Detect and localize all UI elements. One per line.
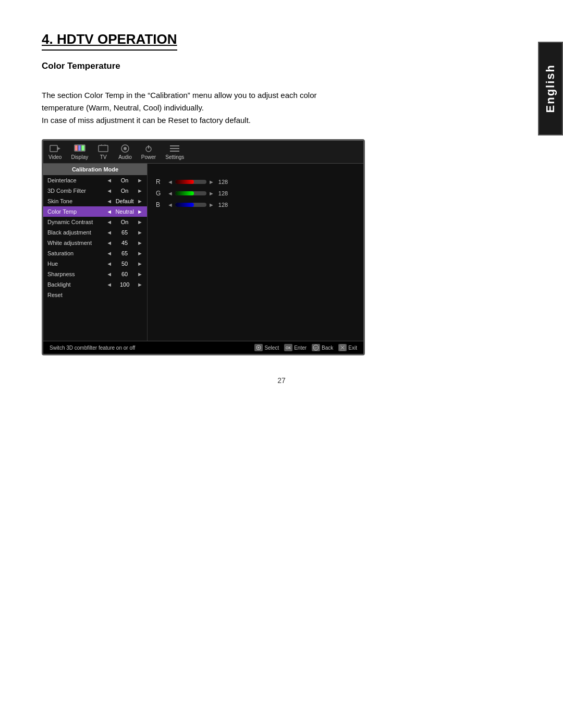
row-3d-comb[interactable]: 3D Comb Filter ◄ On ►	[43, 186, 147, 196]
row-value-3d-comb: On	[114, 188, 135, 194]
arrow-right-g: ►	[209, 190, 214, 196]
page-number: 27	[42, 376, 521, 385]
rgb-label-r: R	[156, 178, 163, 186]
svg-rect-0	[50, 145, 57, 152]
row-black-adj[interactable]: Black adjustment ◄ 65 ►	[43, 227, 147, 238]
menu-label-video: Video	[48, 154, 62, 160]
row-dynamic-contrast[interactable]: Dynamic Contrast ◄ On ►	[43, 217, 147, 227]
row-label-sharpness: Sharpness	[47, 271, 106, 277]
row-label-reset: Reset	[47, 292, 143, 298]
svg-rect-3	[75, 145, 78, 151]
ctrl-exit: Exit	[338, 344, 357, 351]
svg-rect-13	[170, 145, 179, 146]
calibration-panel: Calibration Mode Deinterlace ◄ On ► 3D C…	[43, 164, 148, 341]
menu-label-power: Power	[141, 154, 156, 160]
sub-title: Color Temperature	[42, 61, 521, 71]
slider-g-container[interactable]: ◄ ►	[167, 190, 214, 196]
row-label-dynamic-contrast: Dynamic Contrast	[47, 219, 106, 225]
row-label-white-adj: White adjustment	[47, 240, 106, 246]
rgb-row-b: B ◄ ► 128	[156, 201, 355, 208]
ctrl-select-label: Select	[264, 345, 279, 351]
menu-label-audio: Audio	[118, 154, 132, 160]
power-icon	[143, 144, 154, 153]
row-value-white-adj: 45	[114, 240, 135, 246]
menu-item-audio[interactable]: Audio	[118, 144, 132, 160]
side-tab: English	[538, 42, 563, 135]
row-label-3d-comb: 3D Comb Filter	[47, 188, 106, 194]
svg-point-17	[258, 347, 260, 349]
menu-item-power[interactable]: Power	[141, 144, 156, 160]
row-sharpness[interactable]: Sharpness ◄ 60 ►	[43, 269, 147, 279]
menu-label-tv: TV	[100, 154, 107, 160]
row-white-adj[interactable]: White adjustment ◄ 45 ►	[43, 238, 147, 248]
tv-screen: Video Display	[42, 139, 365, 355]
svg-point-10	[124, 147, 127, 150]
menu-label-display: Display	[71, 154, 88, 160]
row-value-black-adj: 65	[114, 229, 135, 236]
slider-fill-g	[175, 191, 194, 195]
tv-icon	[97, 144, 109, 153]
menu-bar: Video Display	[43, 141, 363, 164]
description-line2: temperature (Warm, Neutral, Cool) indivi…	[42, 103, 204, 112]
ctrl-enter: OK Enter	[284, 344, 307, 351]
row-hue[interactable]: Hue ◄ 50 ►	[43, 258, 147, 269]
status-controls: Select OK Enter ↩	[254, 344, 357, 351]
row-label-saturation: Saturation	[47, 250, 106, 256]
slider-value-g: 128	[218, 190, 233, 196]
svg-rect-6	[99, 145, 108, 152]
select-icon	[254, 344, 263, 351]
svg-rect-4	[78, 145, 81, 151]
slider-r-container[interactable]: ◄ ►	[167, 179, 214, 185]
row-label-color-temp: Color Temp	[47, 208, 106, 215]
menu-item-display[interactable]: Display	[71, 144, 88, 160]
row-deinterlace[interactable]: Deinterlace ◄ On ►	[43, 175, 147, 186]
video-icon	[50, 144, 61, 153]
rgb-panel: R ◄ ► 128 G ◄	[148, 164, 363, 341]
arrow-left-r: ◄	[167, 179, 173, 185]
slider-fill-b	[175, 203, 194, 207]
svg-rect-15	[170, 151, 179, 152]
row-value-dynamic-contrast: On	[114, 219, 135, 225]
row-saturation[interactable]: Saturation ◄ 65 ►	[43, 248, 147, 258]
status-hint-text: Switch 3D combfilter feature on or off	[50, 345, 135, 351]
row-backlight[interactable]: Backlight ◄ 100 ►	[43, 279, 147, 290]
menu-item-tv[interactable]: TV	[97, 144, 109, 160]
slider-b-container[interactable]: ◄ ►	[167, 202, 214, 208]
row-label-black-adj: Black adjustment	[47, 229, 106, 236]
row-value-deinterlace: On	[114, 177, 135, 183]
section-title: 4. HDTV OPERATION	[42, 31, 177, 51]
rgb-label-g: G	[156, 190, 163, 197]
screen-body: Calibration Mode Deinterlace ◄ On ► 3D C…	[43, 164, 363, 341]
row-value-sharpness: 60	[114, 271, 135, 277]
ctrl-back: ↩ Back	[312, 344, 333, 351]
ctrl-back-label: Back	[322, 345, 333, 351]
row-color-temp[interactable]: Color Temp ◄ Neutral ►	[43, 206, 147, 217]
status-bar: Switch 3D combfilter feature on or off S…	[43, 341, 363, 354]
svg-marker-1	[57, 147, 60, 150]
row-label-deinterlace: Deinterlace	[47, 177, 106, 183]
arrow-left-b: ◄	[167, 202, 173, 208]
rgb-label-b: B	[156, 201, 163, 208]
menu-item-video[interactable]: Video	[48, 144, 62, 160]
svg-text:OK: OK	[286, 346, 291, 350]
back-icon: ↩	[312, 344, 320, 351]
audio-icon	[119, 144, 131, 153]
svg-rect-14	[170, 148, 179, 149]
enter-icon: OK	[284, 344, 292, 351]
row-value-backlight: 100	[114, 281, 135, 288]
arrow-right-b: ►	[209, 202, 214, 208]
menu-item-settings[interactable]: Settings	[165, 144, 184, 160]
svg-text:↩: ↩	[314, 346, 317, 350]
settings-icon	[169, 144, 180, 153]
svg-rect-5	[81, 145, 84, 151]
slider-value-b: 128	[218, 202, 233, 208]
row-value-skin-tone: Default	[114, 198, 135, 204]
row-label-hue: Hue	[47, 261, 106, 267]
row-reset[interactable]: Reset	[43, 290, 147, 300]
row-value-saturation: 65	[114, 250, 135, 256]
main-content: 4. HDTV OPERATION Color Temperature The …	[0, 0, 563, 416]
ctrl-select: Select	[254, 344, 279, 351]
row-value-color-temp: Neutral	[114, 208, 135, 215]
rgb-row-g: G ◄ ► 128	[156, 190, 355, 197]
row-skin-tone[interactable]: Skin Tone ◄ Default ►	[43, 196, 147, 206]
